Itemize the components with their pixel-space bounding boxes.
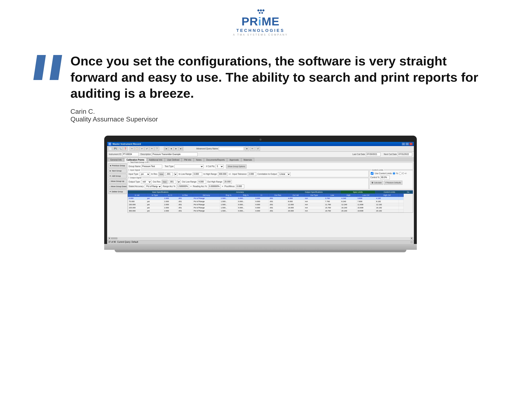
table-row[interactable]: 300.000psi2.000.001Pct of Range1.500...0… <box>128 209 413 212</box>
move-group-down-button[interactable]: ↓ Move Group Down <box>108 184 127 189</box>
scrollbar-track[interactable] <box>111 237 410 239</box>
delete-group-button[interactable]: ✦ Delete Group <box>108 189 127 194</box>
up-icon: ↑ <box>109 180 110 182</box>
use-control-limits-checkbox[interactable] <box>371 172 373 175</box>
col-in-res: In Res <box>177 194 193 197</box>
output-type-select[interactable]: mA <box>141 180 151 184</box>
nav-buttons: |◄ ◄ ► ►| <box>164 147 183 151</box>
table-row[interactable]: 225.000psi2.000.001Pct of Range1.500...0… <box>128 206 413 209</box>
next-group-button[interactable]: ► Next Group <box>108 169 127 173</box>
previous-group-button[interactable]: ◄ Previous Group <box>108 163 127 168</box>
maximize-button[interactable]: □ <box>406 142 409 145</box>
query-edit-button[interactable]: ✏ <box>250 147 255 151</box>
titlebar: M Master Instrument Record – □ × <box>107 142 414 146</box>
undo-button[interactable]: ↩ <box>140 147 144 151</box>
reading-acc-input[interactable] <box>208 185 221 188</box>
test-type-select[interactable] <box>174 165 204 168</box>
table-row[interactable]: 0.000psi2.000.001Pct of Range1.500...0.0… <box>128 197 413 200</box>
show-group-options-button[interactable]: Show Group Options <box>226 164 247 169</box>
scroll-right-button[interactable]: ► <box>411 237 413 240</box>
data-table-container: Input Specifications Accuracy Output Spe… <box>128 190 413 213</box>
help-button[interactable]: ❓ <box>123 147 128 151</box>
next-cal-input[interactable] <box>398 152 412 156</box>
in-high-range-input[interactable] <box>218 172 227 176</box>
tab-documents-reports[interactable]: Documents/Reports <box>204 158 227 162</box>
copy-button[interactable]: 📋 <box>135 147 139 151</box>
nav-last-button[interactable]: ►| <box>179 147 183 151</box>
query-fav-button[interactable]: ★ <box>245 147 249 151</box>
laptop-base <box>104 244 417 250</box>
out-res-input[interactable] <box>169 180 176 184</box>
tab-general-info[interactable]: General Info <box>108 158 124 162</box>
table-cell: mA <box>304 197 324 200</box>
tab-pm-info[interactable]: PM Info <box>182 158 193 162</box>
ctrl-pct-input[interactable] <box>380 176 390 179</box>
pm-radio[interactable] <box>399 172 402 175</box>
table-cell: .001 <box>268 206 287 209</box>
plus-minus-input[interactable] <box>236 185 244 188</box>
plus-minus-label: Plus/Minus <box>225 185 235 188</box>
quote-author: Carin C. <box>70 108 488 115</box>
table-row[interactable]: 75.000psi2.000.001Pct of Range1.500...0.… <box>128 200 413 203</box>
edit-button[interactable]: ✏ <box>150 147 154 151</box>
tab-user-defined[interactable]: User Defined <box>165 158 181 162</box>
stated-accuracy-select[interactable]: Pct of Range <box>145 185 161 188</box>
table-cell: 20.240 <box>340 209 357 212</box>
out-res-select[interactable] <box>177 180 181 184</box>
help2-button[interactable]: ? <box>155 147 159 151</box>
col-in-val: In Val <box>128 194 146 197</box>
tab-materials[interactable]: Materials <box>241 158 255 162</box>
group-name-row: Group Name Test Type # Cal Pts 5 <box>128 164 412 169</box>
table-cell: .001 <box>177 197 193 200</box>
cut-button[interactable]: ✂ <box>130 147 134 151</box>
scrollbar-thumb[interactable] <box>111 238 117 239</box>
in-res-input[interactable] <box>166 172 173 176</box>
query-refresh-button[interactable]: ↺ <box>256 147 260 151</box>
save-button[interactable]: 💾 <box>113 147 118 151</box>
tolerance-input[interactable] <box>248 172 256 176</box>
quote-section: Once you set the configurations, the sof… <box>0 40 521 131</box>
nav-prev-button[interactable]: ◄ <box>169 147 174 151</box>
move-group-up-button[interactable]: ↑ Move Group Up <box>108 179 127 184</box>
nav-next-button[interactable]: ► <box>174 147 178 151</box>
instrument-id-input[interactable] <box>122 152 139 156</box>
calculate-button[interactable]: 🖩 Calculate <box>370 181 383 185</box>
out-high-range-input[interactable] <box>223 180 232 184</box>
check-button[interactable]: ✔ <box>145 147 149 151</box>
new-doc-button[interactable]: 📄 <box>108 147 113 151</box>
out-low-range-input[interactable] <box>198 180 206 184</box>
add-group-button[interactable]: ✦ Add Group <box>108 174 127 178</box>
restore-icon: ↺ <box>385 182 387 184</box>
input-type-select[interactable]: psi <box>140 172 150 176</box>
tab-notes[interactable]: Notes <box>194 158 204 162</box>
th-de: De <box>404 190 413 194</box>
svg-point-2 <box>262 9 264 11</box>
in-res-select[interactable] <box>174 172 177 176</box>
cal-pts-select[interactable]: 5 <box>215 165 224 168</box>
correlation-select[interactable]: Linear <box>278 172 291 176</box>
window-controls[interactable]: – □ × <box>402 142 413 145</box>
tab-approvals[interactable]: Approvals <box>227 158 241 162</box>
output-signal-row2: Stated Accuracy Pct of Range Range Acc %… <box>128 185 368 188</box>
minimize-button[interactable]: – <box>402 142 405 145</box>
table-cell: Pct of Range <box>193 209 220 212</box>
table-row[interactable]: 150.000psi2.000.001Pct of Range1.500...0… <box>128 203 413 206</box>
range-acc-input[interactable] <box>176 185 189 188</box>
pct-radio[interactable] <box>393 172 395 175</box>
c-pm-label: C +/- <box>402 172 407 175</box>
output-new-button[interactable]: New <box>162 180 167 184</box>
group-name-input[interactable] <box>141 165 162 168</box>
quote-text: Once you set the configurations, the sof… <box>70 53 488 101</box>
search-button[interactable]: 🔍 <box>118 147 122 151</box>
last-cal-input[interactable] <box>366 152 381 156</box>
description-input[interactable] <box>152 152 197 156</box>
advanced-query-input[interactable] <box>219 147 244 151</box>
table-cell: 8.240 <box>340 200 357 203</box>
input-new-button[interactable]: New <box>159 172 164 176</box>
nav-first-button[interactable]: |◄ <box>164 147 168 151</box>
restore-defaults-button[interactable]: ↺ Restore Defaults <box>384 181 402 185</box>
close-button[interactable]: × <box>409 142 413 145</box>
scroll-left-button[interactable]: ◄ <box>108 237 110 240</box>
advanced-query-label: Advanced Query Name <box>196 148 218 150</box>
in-low-range-input[interactable] <box>193 172 202 176</box>
